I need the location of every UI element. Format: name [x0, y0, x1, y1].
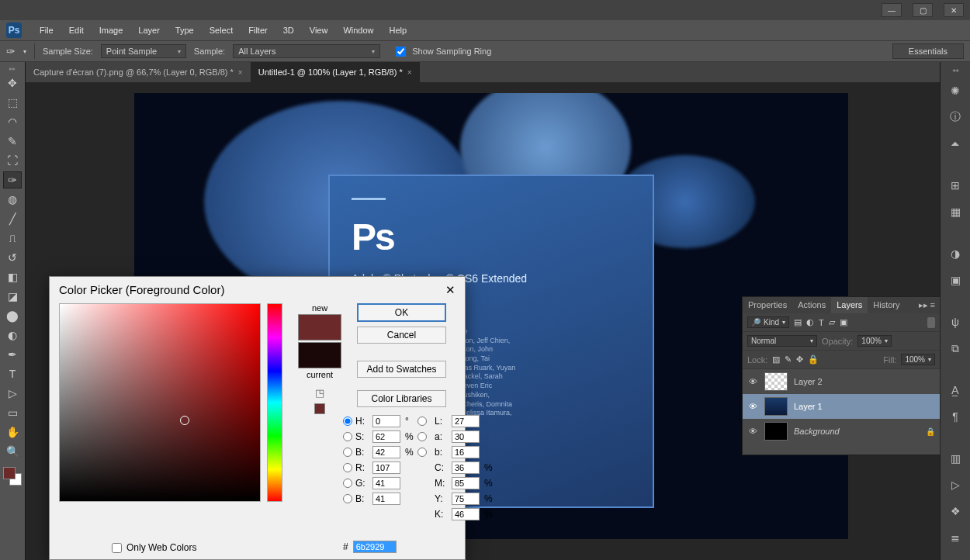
- eraser-tool[interactable]: ◧: [3, 268, 22, 285]
- document-tab-0[interactable]: Capture d'écran (7).png @ 66,7% (Layer 0…: [26, 62, 251, 82]
- menu-window[interactable]: Window: [336, 22, 380, 38]
- s-radio[interactable]: [343, 432, 352, 441]
- brush-panel-icon[interactable]: ψ: [946, 313, 965, 331]
- y-input[interactable]: [452, 493, 480, 505]
- swatches-panel-icon[interactable]: ⊞: [946, 176, 965, 195]
- blue-input[interactable]: [372, 493, 400, 505]
- tab-layers[interactable]: Layers: [831, 297, 868, 313]
- l-input[interactable]: [452, 415, 480, 427]
- shape-tool[interactable]: ▭: [3, 404, 22, 421]
- nearest-web-swatch[interactable]: [314, 403, 325, 414]
- tab-history[interactable]: History: [868, 297, 905, 313]
- c-input[interactable]: [452, 461, 480, 474]
- styles-panel-icon[interactable]: ▦: [946, 202, 965, 221]
- navigator-panel-icon[interactable]: ▥: [946, 449, 965, 468]
- ok-button[interactable]: OK: [357, 303, 446, 322]
- visibility-icon[interactable]: 👁: [747, 402, 758, 411]
- histogram-panel-icon[interactable]: ⏶: [946, 134, 965, 153]
- bval-input[interactable]: [372, 446, 400, 458]
- adjustments-panel-icon[interactable]: ◑: [946, 244, 965, 263]
- history-brush-tool[interactable]: ↺: [3, 249, 22, 266]
- minimize-button[interactable]: ―: [882, 3, 902, 17]
- show-sampling-ring[interactable]: Show Sampling Ring: [396, 47, 491, 57]
- zoom-tool[interactable]: 🔍: [3, 443, 22, 460]
- color-swatches[interactable]: [3, 467, 22, 486]
- hue-radio[interactable]: [343, 417, 352, 426]
- visibility-icon[interactable]: 👁: [747, 427, 758, 436]
- hue-slider[interactable]: [267, 303, 282, 502]
- visibility-icon[interactable]: 👁: [747, 377, 758, 386]
- blend-mode-select[interactable]: Normal▾: [747, 335, 817, 347]
- color-field-cursor[interactable]: [180, 416, 189, 425]
- maximize-button[interactable]: ▢: [913, 3, 933, 17]
- hex-input[interactable]: [353, 541, 397, 553]
- close-button[interactable]: ✕: [944, 3, 964, 17]
- brush-tool[interactable]: ╱: [3, 210, 22, 227]
- lasso-tool[interactable]: ◠: [3, 113, 22, 130]
- sample-size-select[interactable]: Point Sample▾: [101, 44, 186, 58]
- masks-panel-icon[interactable]: ▣: [946, 271, 965, 289]
- channels-panel-icon[interactable]: ≣: [946, 528, 965, 547]
- pen-tool[interactable]: ✒: [3, 346, 22, 363]
- healing-tool[interactable]: ◍: [3, 191, 22, 208]
- info-panel-icon[interactable]: ⓘ: [946, 108, 965, 126]
- dodge-tool[interactable]: ◐: [3, 327, 22, 344]
- filter-smart-icon[interactable]: ▣: [840, 317, 847, 327]
- gradient-tool[interactable]: ◪: [3, 288, 22, 305]
- marquee-tool[interactable]: ⬚: [3, 94, 22, 111]
- g-radio[interactable]: [343, 479, 352, 488]
- crop-tool[interactable]: ⛶: [3, 152, 22, 169]
- layer-name[interactable]: Background: [794, 427, 840, 436]
- b2-radio[interactable]: [417, 448, 427, 457]
- lock-paint-icon[interactable]: ✎: [785, 354, 792, 365]
- l-radio[interactable]: [417, 417, 427, 426]
- close-icon[interactable]: ✕: [445, 283, 456, 297]
- filter-type-icon[interactable]: T: [819, 318, 824, 327]
- close-icon[interactable]: ×: [407, 68, 412, 77]
- menu-help[interactable]: Help: [383, 22, 414, 38]
- cube-icon[interactable]: ◳: [315, 387, 324, 399]
- color-field[interactable]: [59, 303, 261, 502]
- character-panel-icon[interactable]: A̲: [946, 381, 965, 399]
- b3-radio[interactable]: [343, 494, 352, 503]
- menu-view[interactable]: View: [303, 22, 335, 38]
- layer-filter-kind[interactable]: 🔎Kind▾: [747, 316, 789, 328]
- menu-image[interactable]: Image: [92, 22, 130, 38]
- color-panel-icon[interactable]: ✺: [946, 81, 965, 100]
- h-input[interactable]: [372, 415, 400, 427]
- panel-menu-icon[interactable]: ▸▸ ≡: [914, 297, 940, 313]
- lock-position-icon[interactable]: ✥: [796, 354, 803, 365]
- close-icon[interactable]: ×: [238, 68, 243, 77]
- a-radio[interactable]: [417, 432, 427, 441]
- a-input[interactable]: [452, 430, 480, 443]
- layer-row[interactable]: 👁 Layer 2: [743, 369, 940, 394]
- filter-adjust-icon[interactable]: ◐: [806, 317, 814, 327]
- menu-edit[interactable]: Edit: [62, 22, 91, 38]
- tool-preset-caret[interactable]: ▾: [23, 48, 26, 55]
- hand-tool[interactable]: ✋: [3, 423, 22, 441]
- move-tool[interactable]: ✥: [3, 74, 22, 92]
- current-color-swatch[interactable]: [298, 342, 341, 368]
- fill-input[interactable]: 100%▾: [901, 354, 935, 365]
- b2-input[interactable]: [452, 446, 480, 458]
- lock-transparency-icon[interactable]: ▨: [772, 354, 780, 365]
- layer-row[interactable]: 👁 Layer 1: [743, 394, 940, 419]
- r-input[interactable]: [372, 461, 400, 474]
- menu-file[interactable]: File: [33, 22, 61, 38]
- play-icon[interactable]: ▷: [946, 475, 965, 494]
- stamp-tool[interactable]: ⎍: [3, 230, 22, 247]
- lock-all-icon[interactable]: 🔒: [808, 354, 819, 365]
- blur-tool[interactable]: ⬤: [3, 307, 22, 324]
- g-input[interactable]: [372, 477, 400, 489]
- layers-panel-icon[interactable]: ❖: [946, 502, 965, 520]
- color-libraries-button[interactable]: Color Libraries: [357, 390, 446, 407]
- filter-pixel-icon[interactable]: ▤: [794, 317, 802, 327]
- s-input[interactable]: [372, 430, 400, 443]
- layer-row[interactable]: 👁 Background 🔒: [743, 419, 940, 444]
- type-tool[interactable]: T: [3, 365, 22, 382]
- quick-select-tool[interactable]: ✎: [3, 133, 22, 150]
- layer-name[interactable]: Layer 2: [794, 377, 823, 386]
- foreground-color-swatch[interactable]: [3, 467, 16, 479]
- menu-select[interactable]: Select: [203, 22, 241, 38]
- filter-shape-icon[interactable]: ▱: [829, 317, 835, 327]
